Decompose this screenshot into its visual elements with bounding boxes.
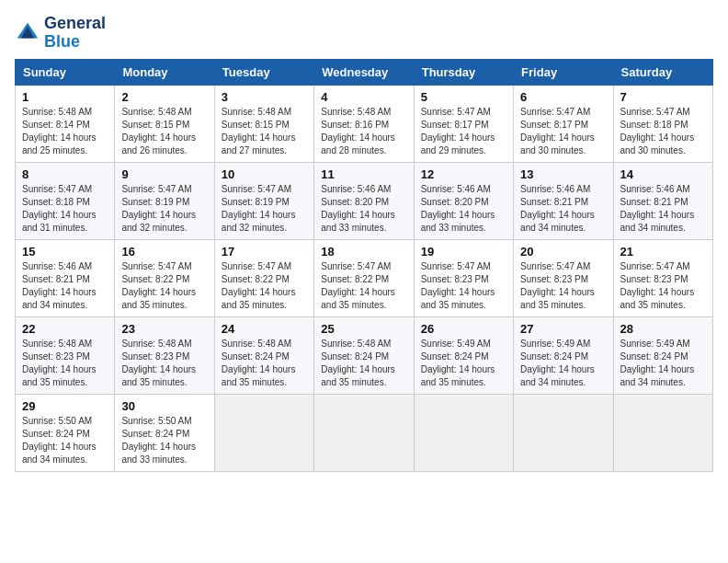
- calendar-week-row: 15Sunrise: 5:46 AMSunset: 8:21 PMDayligh…: [16, 239, 713, 316]
- calendar-cell: [414, 394, 513, 471]
- cell-content: Sunrise: 5:47 AMSunset: 8:17 PMDaylight:…: [421, 106, 506, 157]
- day-number: 15: [22, 245, 108, 259]
- calendar-cell: 20Sunrise: 5:47 AMSunset: 8:23 PMDayligh…: [514, 239, 613, 316]
- cell-content: Sunrise: 5:48 AMSunset: 8:24 PMDaylight:…: [222, 338, 307, 389]
- day-number: 27: [520, 322, 606, 336]
- calendar-cell: 4Sunrise: 5:48 AMSunset: 8:16 PMDaylight…: [314, 85, 414, 162]
- calendar-week-row: 22Sunrise: 5:48 AMSunset: 8:23 PMDayligh…: [16, 316, 713, 394]
- day-number: 18: [321, 245, 406, 259]
- cell-content: Sunrise: 5:47 AMSunset: 8:18 PMDaylight:…: [22, 183, 108, 235]
- calendar-cell: 19Sunrise: 5:47 AMSunset: 8:23 PMDayligh…: [414, 239, 513, 316]
- logo-icon: [15, 20, 40, 46]
- calendar-cell: 9Sunrise: 5:47 AMSunset: 8:19 PMDaylight…: [115, 162, 214, 239]
- cell-content: Sunrise: 5:47 AMSunset: 8:17 PMDaylight:…: [520, 106, 606, 157]
- logo-text: General Blue: [44, 15, 106, 52]
- cell-content: Sunrise: 5:48 AMSunset: 8:23 PMDaylight:…: [22, 338, 108, 389]
- cell-content: Sunrise: 5:48 AMSunset: 8:16 PMDaylight:…: [321, 106, 406, 157]
- calendar-cell: 11Sunrise: 5:46 AMSunset: 8:20 PMDayligh…: [314, 162, 414, 239]
- logo: General Blue: [15, 15, 106, 52]
- day-number: 13: [520, 167, 606, 181]
- calendar-cell: 7Sunrise: 5:47 AMSunset: 8:18 PMDaylight…: [613, 85, 712, 162]
- day-number: 28: [620, 322, 706, 336]
- cell-content: Sunrise: 5:47 AMSunset: 8:22 PMDaylight:…: [222, 260, 307, 312]
- calendar-cell: 13Sunrise: 5:46 AMSunset: 8:21 PMDayligh…: [514, 162, 613, 239]
- weekday-header-thursday: Thursday: [414, 59, 513, 85]
- day-number: 25: [321, 322, 406, 336]
- calendar-cell: 15Sunrise: 5:46 AMSunset: 8:21 PMDayligh…: [16, 239, 115, 316]
- weekday-header-sunday: Sunday: [16, 59, 115, 85]
- header: General Blue: [15, 15, 713, 52]
- calendar-week-row: 8Sunrise: 5:47 AMSunset: 8:18 PMDaylight…: [16, 162, 713, 239]
- calendar-cell: 16Sunrise: 5:47 AMSunset: 8:22 PMDayligh…: [115, 239, 214, 316]
- day-number: 30: [121, 399, 207, 413]
- cell-content: Sunrise: 5:49 AMSunset: 8:24 PMDaylight:…: [421, 338, 506, 389]
- weekday-header-tuesday: Tuesday: [214, 59, 313, 85]
- day-number: 21: [620, 245, 706, 259]
- calendar-cell: 23Sunrise: 5:48 AMSunset: 8:23 PMDayligh…: [115, 316, 214, 394]
- day-number: 29: [22, 399, 108, 413]
- weekday-header-wednesday: Wednesday: [314, 59, 414, 85]
- day-number: 1: [22, 90, 108, 104]
- calendar-header: SundayMondayTuesdayWednesdayThursdayFrid…: [16, 59, 713, 85]
- day-number: 17: [222, 245, 307, 259]
- calendar-cell: 8Sunrise: 5:47 AMSunset: 8:18 PMDaylight…: [16, 162, 115, 239]
- cell-content: Sunrise: 5:47 AMSunset: 8:23 PMDaylight:…: [520, 260, 606, 312]
- cell-content: Sunrise: 5:46 AMSunset: 8:21 PMDaylight:…: [22, 260, 108, 312]
- calendar-cell: 27Sunrise: 5:49 AMSunset: 8:24 PMDayligh…: [514, 316, 613, 394]
- calendar-cell: 12Sunrise: 5:46 AMSunset: 8:20 PMDayligh…: [414, 162, 513, 239]
- day-number: 19: [421, 245, 506, 259]
- calendar-cell: 17Sunrise: 5:47 AMSunset: 8:22 PMDayligh…: [214, 239, 313, 316]
- day-number: 10: [222, 167, 307, 181]
- weekday-header-row: SundayMondayTuesdayWednesdayThursdayFrid…: [16, 59, 713, 85]
- calendar-cell: 29Sunrise: 5:50 AMSunset: 8:24 PMDayligh…: [16, 394, 115, 471]
- day-number: 23: [121, 322, 207, 336]
- day-number: 11: [321, 167, 406, 181]
- day-number: 8: [22, 167, 108, 181]
- cell-content: Sunrise: 5:46 AMSunset: 8:20 PMDaylight:…: [421, 183, 506, 235]
- cell-content: Sunrise: 5:48 AMSunset: 8:15 PMDaylight:…: [121, 106, 207, 157]
- cell-content: Sunrise: 5:48 AMSunset: 8:24 PMDaylight:…: [321, 338, 406, 389]
- calendar-cell: 2Sunrise: 5:48 AMSunset: 8:15 PMDaylight…: [115, 85, 214, 162]
- cell-content: Sunrise: 5:47 AMSunset: 8:18 PMDaylight:…: [620, 106, 706, 157]
- calendar-cell: 28Sunrise: 5:49 AMSunset: 8:24 PMDayligh…: [613, 316, 712, 394]
- cell-content: Sunrise: 5:49 AMSunset: 8:24 PMDaylight:…: [520, 338, 606, 389]
- calendar-cell: [514, 394, 613, 471]
- calendar-cell: 30Sunrise: 5:50 AMSunset: 8:24 PMDayligh…: [115, 394, 214, 471]
- cell-content: Sunrise: 5:47 AMSunset: 8:22 PMDaylight:…: [321, 260, 406, 312]
- weekday-header-monday: Monday: [115, 59, 214, 85]
- day-number: 12: [421, 167, 506, 181]
- day-number: 9: [121, 167, 207, 181]
- day-number: 16: [121, 245, 207, 259]
- calendar-body: 1Sunrise: 5:48 AMSunset: 8:14 PMDaylight…: [16, 85, 713, 471]
- cell-content: Sunrise: 5:47 AMSunset: 8:23 PMDaylight:…: [620, 260, 706, 312]
- calendar-cell: 21Sunrise: 5:47 AMSunset: 8:23 PMDayligh…: [613, 239, 712, 316]
- day-number: 2: [121, 90, 207, 104]
- calendar-cell: 10Sunrise: 5:47 AMSunset: 8:19 PMDayligh…: [214, 162, 313, 239]
- calendar-cell: [214, 394, 313, 471]
- day-number: 4: [321, 90, 406, 104]
- cell-content: Sunrise: 5:50 AMSunset: 8:24 PMDaylight:…: [22, 415, 108, 466]
- calendar-cell: 22Sunrise: 5:48 AMSunset: 8:23 PMDayligh…: [16, 316, 115, 394]
- cell-content: Sunrise: 5:50 AMSunset: 8:24 PMDaylight:…: [121, 415, 207, 466]
- cell-content: Sunrise: 5:48 AMSunset: 8:14 PMDaylight:…: [22, 106, 108, 157]
- cell-content: Sunrise: 5:48 AMSunset: 8:15 PMDaylight:…: [222, 106, 307, 157]
- cell-content: Sunrise: 5:46 AMSunset: 8:21 PMDaylight:…: [520, 183, 606, 235]
- calendar-cell: 3Sunrise: 5:48 AMSunset: 8:15 PMDaylight…: [214, 85, 313, 162]
- cell-content: Sunrise: 5:47 AMSunset: 8:19 PMDaylight:…: [222, 183, 307, 235]
- calendar-cell: 14Sunrise: 5:46 AMSunset: 8:21 PMDayligh…: [613, 162, 712, 239]
- day-number: 14: [620, 167, 706, 181]
- calendar-cell: [613, 394, 712, 471]
- weekday-header-saturday: Saturday: [613, 59, 712, 85]
- calendar-cell: 24Sunrise: 5:48 AMSunset: 8:24 PMDayligh…: [214, 316, 313, 394]
- calendar-cell: 6Sunrise: 5:47 AMSunset: 8:17 PMDaylight…: [514, 85, 613, 162]
- cell-content: Sunrise: 5:47 AMSunset: 8:23 PMDaylight:…: [421, 260, 506, 312]
- calendar-cell: [314, 394, 414, 471]
- calendar: SundayMondayTuesdayWednesdayThursdayFrid…: [15, 59, 713, 472]
- day-number: 6: [520, 90, 606, 104]
- calendar-cell: 1Sunrise: 5:48 AMSunset: 8:14 PMDaylight…: [16, 85, 115, 162]
- day-number: 7: [620, 90, 706, 104]
- calendar-cell: 26Sunrise: 5:49 AMSunset: 8:24 PMDayligh…: [414, 316, 513, 394]
- day-number: 5: [421, 90, 506, 104]
- day-number: 26: [421, 322, 506, 336]
- cell-content: Sunrise: 5:46 AMSunset: 8:20 PMDaylight:…: [321, 183, 406, 235]
